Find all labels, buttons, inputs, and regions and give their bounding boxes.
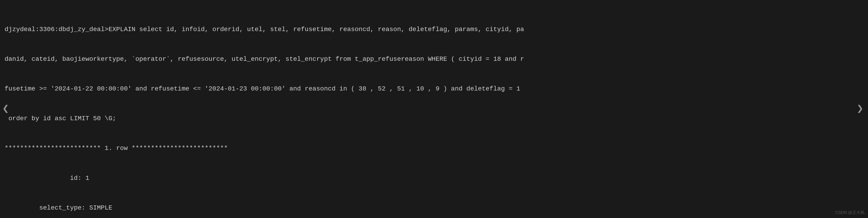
result-id-line: id: 1: [5, 173, 854, 183]
id-value: 1: [82, 175, 89, 182]
separator-line: ************************* 1. row *******…: [5, 143, 854, 153]
sql-line-2: danid, cateid, baojieworkertype, `operat…: [5, 54, 854, 64]
sql-line-4: order by id asc LIMIT 50 \G;: [5, 114, 854, 123]
sql-line-1: djzydeal:3306:dbdj_zy_deal>EXPLAIN selec…: [5, 25, 854, 34]
terminal-window: ❮ ❯ djzydeal:3306:dbdj_zy_deal>EXPLAIN s…: [0, 0, 868, 218]
watermark: CSDN @王大风: [835, 210, 865, 216]
result-select-line: select_type: SIMPLE: [5, 203, 854, 213]
id-label: id:: [70, 175, 82, 182]
nav-arrow-left[interactable]: ❮: [2, 101, 9, 117]
sql-line-3: fusetime >= '2024-01-22 00:00:00' and re…: [5, 84, 854, 94]
select-value: SIMPLE: [86, 204, 113, 211]
nav-arrow-right[interactable]: ❯: [857, 101, 863, 117]
select-label: select_type:: [39, 204, 86, 211]
terminal-content: djzydeal:3306:dbdj_zy_deal>EXPLAIN selec…: [5, 5, 854, 218]
